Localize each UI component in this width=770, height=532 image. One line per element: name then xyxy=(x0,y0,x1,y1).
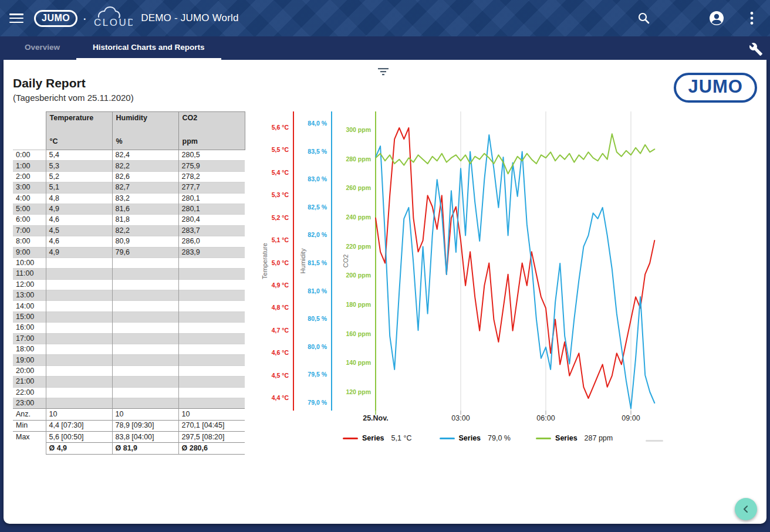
table-cell xyxy=(112,398,178,408)
historical-chart[interactable]: 25.Nov.03:0006:0009:005,6 °C5,5 °C5,4 °C… xyxy=(252,109,666,428)
table-cell xyxy=(46,398,112,408)
column-header-temperature: Temperature °C xyxy=(46,112,112,150)
table-cell: 1:00 xyxy=(13,161,46,171)
table-cell: 13:00 xyxy=(13,290,46,301)
table-cell: 20:00 xyxy=(13,365,46,376)
table-row: 23:00 xyxy=(13,398,245,408)
table-cell xyxy=(178,290,245,301)
chart-legend: Series 5,1 °C Series 79,0 % Series 287 p… xyxy=(343,434,633,442)
table-row: 9:004,979,6283,9 xyxy=(13,247,245,257)
table-cell: 82,7 xyxy=(112,182,178,193)
legend-item-humidity[interactable]: Series 79,0 % xyxy=(440,434,536,442)
table-cell xyxy=(112,377,178,387)
chart-horizontal-scrollbar[interactable] xyxy=(646,440,663,442)
search-icon xyxy=(637,12,650,25)
table-cell: 83,8 [04:00] xyxy=(112,431,178,442)
table-cell: 3:00 xyxy=(13,182,46,193)
table-cell: 5,2 xyxy=(46,171,112,182)
table-corner-cell xyxy=(13,112,46,150)
search-button[interactable] xyxy=(637,12,650,25)
more-options-button[interactable] xyxy=(750,11,754,25)
table-cell xyxy=(46,365,112,376)
table-cell xyxy=(13,443,46,454)
settings-button[interactable] xyxy=(749,42,763,56)
table-cell: 4,5 xyxy=(46,225,112,236)
legend-item-co2[interactable]: Series 287 ppm xyxy=(536,434,633,442)
table-cell xyxy=(178,377,245,387)
table-row: 10:00 xyxy=(13,257,245,268)
table-cell: 17:00 xyxy=(13,333,46,344)
table-cell: 0:00 xyxy=(13,150,46,161)
table-row: 12:00 xyxy=(13,279,245,290)
filter-button[interactable] xyxy=(377,67,390,76)
report-subtitle: (Tagesbericht vom 25.11.2020) xyxy=(13,93,134,103)
filter-icon xyxy=(377,67,390,76)
y-tick-label: 5,3 °C xyxy=(272,191,289,198)
cloud-icon xyxy=(99,7,120,18)
table-cell xyxy=(178,387,245,398)
table-cell: Max xyxy=(13,431,46,442)
y-tick-label: 5,6 °C xyxy=(272,124,289,131)
table-cell: Ø 81,9 xyxy=(112,443,178,454)
table-cell xyxy=(178,398,245,408)
collapse-panel-button[interactable] xyxy=(735,498,757,520)
hamburger-menu-icon[interactable] xyxy=(9,13,23,23)
table-cell xyxy=(112,333,178,344)
y-tick-label: 240 ppm xyxy=(346,214,371,221)
table-cell xyxy=(178,269,245,279)
table-row: 2:005,282,6278,2 xyxy=(13,171,245,182)
y-tick-label: 5,4 °C xyxy=(272,169,289,176)
table-cell xyxy=(46,301,112,311)
y-tick-label: 200 ppm xyxy=(346,272,371,279)
legend-item-temperature[interactable]: Series 5,1 °C xyxy=(343,434,440,442)
table-row: 1:005,382,2275,9 xyxy=(13,161,245,171)
column-unit: ppm xyxy=(183,137,241,145)
table-cell: 5,6 [00:50] xyxy=(46,431,112,442)
y-tick-label: 4,9 °C xyxy=(272,282,289,289)
table-cell: 12:00 xyxy=(13,279,46,290)
table-cell: 4,9 xyxy=(46,247,112,257)
table-cell xyxy=(46,311,112,322)
table-cell: 15:00 xyxy=(13,311,46,322)
table-cell: 5,3 xyxy=(46,161,112,171)
table-cell xyxy=(46,333,112,344)
table-row: 0:005,482,4280,5 xyxy=(13,150,245,161)
tab-bar: Overview Historical Charts and Reports xyxy=(0,36,770,60)
table-cell: 4,9 xyxy=(46,204,112,214)
table-row: 3:005,182,7277,7 xyxy=(13,182,245,193)
y-tick-label: 79,5 % xyxy=(308,371,327,378)
y-tick-label: 220 ppm xyxy=(346,243,371,250)
table-cell xyxy=(112,257,178,268)
table-cell: 8:00 xyxy=(13,236,46,247)
tab-historical-charts-and-reports[interactable]: Historical Charts and Reports xyxy=(76,36,221,60)
table-cell xyxy=(112,301,178,311)
x-tick-label: 06:00 xyxy=(536,414,555,422)
table-summary-row: Max5,6 [00:50]83,8 [04:00]297,5 [08:20] xyxy=(13,431,245,442)
table-cell: 283,9 xyxy=(178,247,245,257)
y-tick-label: 84,0 % xyxy=(308,120,327,127)
table-cell: 278,2 xyxy=(178,171,245,182)
legend-label: Series xyxy=(555,434,578,442)
table-summary-row: Ø 4,9Ø 81,9Ø 280,6 xyxy=(13,443,245,454)
table-cell: 280,5 xyxy=(178,150,245,161)
y-tick-label: 5,5 °C xyxy=(272,146,289,153)
table-cell: 16:00 xyxy=(13,323,46,333)
series-line-co2 xyxy=(376,134,654,174)
table-cell: 275,9 xyxy=(178,161,245,171)
table-cell: 280,1 xyxy=(178,204,245,214)
table-cell: 78,9 [09:30] xyxy=(112,420,178,431)
table-cell: 82,2 xyxy=(112,225,178,236)
column-unit: °C xyxy=(50,137,109,145)
y-tick-label: 79,0 % xyxy=(308,399,327,406)
table-cell xyxy=(178,323,245,333)
table-cell xyxy=(178,257,245,268)
tab-overview[interactable]: Overview xyxy=(8,36,76,60)
table-cell xyxy=(112,344,178,355)
chevron-left-icon xyxy=(741,504,751,514)
table-cell: 10 xyxy=(178,409,245,420)
y-tick-label: 83,5 % xyxy=(308,148,327,155)
table-cell: 11:00 xyxy=(13,269,46,279)
account-button[interactable] xyxy=(709,11,724,26)
column-header-co2: CO2 ppm xyxy=(178,112,245,150)
table-cell: 283,7 xyxy=(178,225,245,236)
